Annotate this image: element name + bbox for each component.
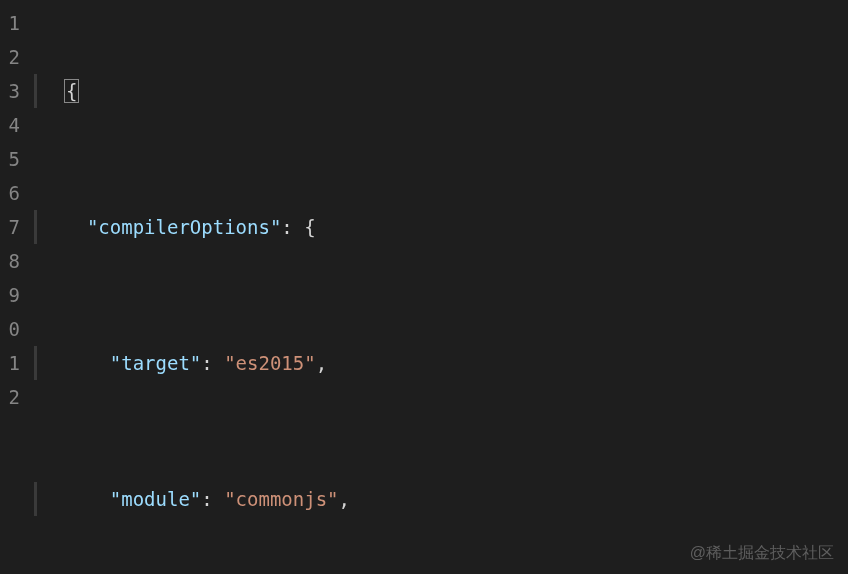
line-number-gutter: 1 2 3 4 5 6 7 8 9 0 1 2 (0, 0, 34, 574)
code-line[interactable]: "target": "es2015", (34, 346, 848, 380)
line-number: 6 (0, 176, 20, 210)
line-number: 1 (0, 6, 20, 40)
code-line[interactable]: "module": "commonjs", (34, 482, 848, 516)
line-number: 5 (0, 142, 20, 176)
comma: , (316, 352, 327, 374)
line-number: 3 (0, 74, 20, 108)
line-number: 7 (0, 210, 20, 244)
json-string: "es2015" (224, 352, 316, 374)
code-line[interactable]: { (34, 74, 848, 108)
comma: , (339, 488, 350, 510)
json-string: "commonjs" (224, 488, 338, 510)
watermark-text: @稀土掘金技术社区 (690, 543, 834, 564)
json-key: "compilerOptions" (87, 216, 281, 238)
colon: : (201, 488, 224, 510)
code-line[interactable]: "compilerOptions": { (34, 210, 848, 244)
colon: : (281, 216, 304, 238)
brace-open: { (64, 79, 79, 103)
json-key: "module" (110, 488, 202, 510)
colon: : (201, 352, 224, 374)
json-key: "target" (110, 352, 202, 374)
code-area[interactable]: { "compilerOptions": { "target": "es2015… (34, 0, 848, 574)
line-number: 2 (0, 40, 20, 74)
line-number: 1 (0, 346, 20, 380)
line-number: 8 (0, 244, 20, 278)
line-number: 0 (0, 312, 20, 346)
line-number: 4 (0, 108, 20, 142)
code-editor[interactable]: 1 2 3 4 5 6 7 8 9 0 1 2 { "compilerOptio… (0, 0, 848, 574)
brace-open: { (304, 216, 315, 238)
line-number: 9 (0, 278, 20, 312)
line-number: 2 (0, 380, 20, 414)
